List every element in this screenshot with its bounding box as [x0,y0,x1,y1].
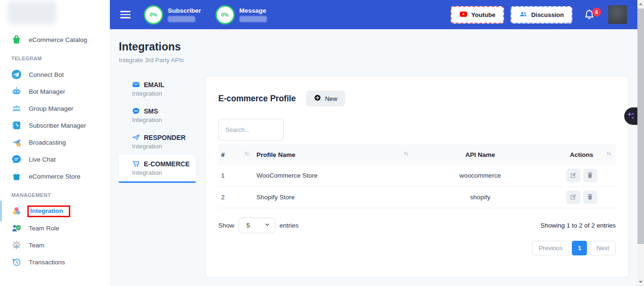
sort-icon[interactable] [606,150,612,158]
topbar: 0% Subscriber 0% Message Youtube Discuss… [110,0,637,29]
responder-icon [132,133,140,141]
edit-button[interactable] [566,190,580,204]
edit-button[interactable] [566,169,580,182]
column-header-api-name[interactable]: API Name [413,144,547,165]
discussion-button-label: Discussion [531,11,564,18]
integration-subnav: EMAIL IntegrationSMS SMS Integration RES… [119,76,196,183]
sidebar-item-label: Connect Bot [29,71,64,78]
delete-button[interactable] [583,169,597,182]
subnav-subtitle: Integration [132,116,196,123]
sidebar-nav: eCommerce CatalogTELEGRAMConnect BotBot … [0,31,110,270]
cell-profile-name: WooCommerce Store [254,172,413,179]
subnav-tab-e-commerce[interactable]: E-COMMERCE Integration [119,155,196,183]
stat-subscriber: 0% Subscriber [144,5,201,25]
edit-icon [570,172,577,180]
sidebar-item-connect-bot[interactable]: Connect Bot [0,66,110,83]
page-size-select[interactable]: 5 [239,218,275,233]
sidebar-item-ecommerce-catalog[interactable]: eCommerce Catalog [0,31,110,48]
cell-profile-name: Shopify Store [254,194,413,201]
previous-page-button[interactable]: Previous [532,241,570,255]
sparkles-icon [626,111,636,122]
new-profile-button[interactable]: New [306,90,345,106]
robot-icon [11,86,22,97]
scroll-down-arrow-icon[interactable] [639,281,643,283]
broadcast-icon: 1 [11,137,22,147]
subnav-subtitle: Integration [132,90,196,97]
cell-actions [547,169,616,182]
sidebar-item-label: Live Chat [29,156,56,163]
team-role-icon [11,223,22,233]
delete-button[interactable] [583,190,597,204]
sidebar-item-broadcasting[interactable]: 1Broadcasting [0,134,110,151]
scrollbar-thumb[interactable] [637,8,644,244]
notifications-bell[interactable]: 6 [584,8,595,21]
subnav-subtitle: Integration [132,143,196,150]
shapes-icon [11,206,22,216]
subnav-subtitle: Integration [132,169,196,176]
column-header-[interactable]: # [218,144,254,165]
page-subtitle: Integrate 3rd Party APIs [119,57,628,64]
sidebar-item-group-manager[interactable]: Group Manager [0,100,110,117]
sidebar-section-telegram: TELEGRAM [0,48,110,66]
youtube-icon [459,10,468,20]
trash-icon [586,172,594,180]
column-label: Profile Name [256,151,296,158]
sort-icon[interactable] [403,150,409,158]
sidebar-item-subscriber-manager[interactable]: Subscriber Manager [0,117,110,134]
sidebar-item-transactions[interactable]: Transactions [0,253,110,270]
show-label: Show [218,222,234,229]
svg-text:SMS: SMS [134,110,138,112]
group-icon [11,103,22,114]
subnav-tab-sms[interactable]: SMS SMS Integration [119,102,196,129]
plus-circle-icon [314,94,321,103]
sidebar-item-bot-manager[interactable]: Bot Manager [0,83,110,100]
contact-book-icon [11,120,22,131]
chat-icon [11,154,22,164]
progress-ring: 0% [144,5,163,25]
column-header-profile-name[interactable]: Profile Name [254,144,413,165]
progress-percent: 0% [150,12,157,17]
sidebar-item-team-role[interactable]: Team Role [0,220,110,237]
column-label: # [221,151,225,158]
youtube-button-label: Youtube [471,11,495,18]
sidebar-item-label: Subscriber Manager [29,122,86,129]
page-1-button[interactable]: 1 [572,241,587,255]
table-row: 1 WooCommerce Store woocommerce [218,165,616,187]
stat-message: 0% Message [215,5,267,25]
notification-count-badge: 6 [592,8,601,16]
sidebar-item-label: Group Manager [29,105,74,112]
column-header-actions[interactable]: Actions [547,144,616,165]
sidebar: eCommerce CatalogTELEGRAMConnect BotBot … [0,0,110,286]
cell-num: 2 [218,194,254,201]
user-avatar[interactable] [608,5,627,24]
sidebar-item-live-chat[interactable]: Live Chat [0,151,110,168]
sidebar-item-integration[interactable]: Integration [0,203,110,220]
page-title: Integrations [119,41,628,53]
sidebar-item-label: Transactions [29,259,65,266]
youtube-button[interactable]: Youtube [451,6,504,24]
column-label: Actions [570,151,594,158]
column-label: API Name [465,151,495,158]
bag-green-icon [11,34,22,45]
stat-value-blurred [239,16,267,22]
sort-icon[interactable] [244,150,250,158]
header-stats: 0% Subscriber 0% Message [144,5,281,25]
sidebar-item-label: Broadcasting [29,139,66,146]
sidebar-item-ecommerce-store[interactable]: eCommerce Store [0,168,110,185]
next-page-button[interactable]: Next [590,241,616,255]
search-input[interactable] [218,119,284,140]
chevron-down-icon [264,222,270,229]
stat-value-blurred [168,16,195,22]
stat-label: Message [239,7,267,14]
sidebar-section-management: MANAGEMENT [0,185,110,203]
subnav-tab-email[interactable]: EMAIL Integration [119,76,196,102]
menu-toggle-icon[interactable] [120,11,131,18]
subnav-title: EMAIL [144,81,165,89]
sidebar-item-team[interactable]: Team [0,237,110,253]
edit-icon [570,193,577,202]
table-header-row: #Profile NameAPI NameActions [218,144,616,165]
subnav-tab-responder[interactable]: RESPONDER Integration [119,129,196,155]
scroll-up-arrow-icon[interactable] [639,3,643,5]
browser-scrollbar[interactable] [637,0,644,286]
discussion-button[interactable]: Discussion [511,6,572,24]
